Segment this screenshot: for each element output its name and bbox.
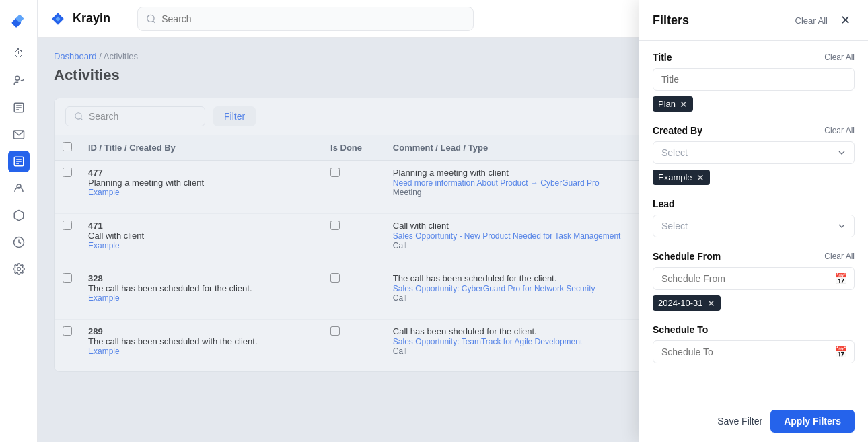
brand-logo[interactable] (7, 8, 31, 32)
filter-lead-label: Lead (653, 198, 675, 209)
sidebar-item-settings[interactable] (8, 258, 30, 280)
filter-created-by-tags: Example ✕ (653, 170, 855, 185)
sidebar-item-notes[interactable] (8, 97, 30, 118)
sidebar-item-activities[interactable] (8, 151, 30, 172)
filter-schedule-from-tag-remove[interactable]: ✕ (707, 299, 715, 308)
svg-point-2 (15, 76, 19, 80)
filter-schedule-to-label: Schedule To (653, 324, 708, 335)
sidebar-item-mail[interactable] (8, 124, 30, 145)
filter-schedule-to-input[interactable] (653, 340, 855, 363)
filter-body: Title Clear All Plan ✕ Created By Clear … (639, 41, 868, 400)
svg-point-17 (147, 15, 154, 22)
filter-section-schedule-to: Schedule To 📅 (653, 324, 855, 363)
filter-schedule-from-tags: 2024-10-31 ✕ (653, 295, 855, 311)
sidebar-item-people[interactable] (8, 178, 30, 199)
filter-created-by-clear[interactable]: Clear All (824, 126, 855, 135)
filter-title-tags: Plan ✕ (653, 96, 855, 112)
global-search-bar[interactable] (137, 7, 474, 31)
filter-close-button[interactable]: ✕ (836, 11, 855, 30)
filter-section-schedule-from: Schedule From Clear All 📅 2024-10-31 ✕ (653, 251, 855, 311)
sidebar-item-contacts[interactable] (8, 70, 30, 91)
filter-title-tag-remove[interactable]: ✕ (680, 100, 688, 109)
filter-title-tag-plan: Plan ✕ (653, 96, 693, 112)
apply-filters-button[interactable]: Apply Filters (770, 410, 855, 433)
save-filter-button[interactable]: Save Filter (717, 416, 762, 427)
filter-created-by-tag-remove[interactable]: ✕ (696, 173, 704, 182)
filter-lead-select-wrapper: Select (653, 215, 855, 237)
filter-created-by-select-wrapper: Select (653, 141, 855, 164)
sidebar: ⏱ (0, 0, 38, 442)
filter-schedule-from-tag-label: 2024-10-31 (658, 298, 703, 308)
filter-created-by-tag-label: Example (658, 172, 692, 182)
filter-section-title: Title Clear All Plan ✕ (653, 52, 855, 112)
brand: Krayin (48, 9, 129, 28)
filter-footer: Save Filter Apply Filters (639, 400, 868, 442)
global-search-input[interactable] (161, 13, 465, 24)
filter-title-tag-label: Plan (658, 99, 676, 109)
filter-schedule-from-header: Schedule From Clear All (653, 251, 855, 262)
filter-section-lead: Lead Select (653, 198, 855, 237)
sidebar-item-timer[interactable]: ⏱ (8, 43, 30, 65)
filter-schedule-from-input[interactable] (653, 267, 855, 290)
filter-panel-title: Filters (653, 13, 795, 28)
filter-created-by-select[interactable]: Select (653, 141, 855, 164)
filter-created-by-header: Created By Clear All (653, 125, 855, 136)
filter-schedule-from-clear[interactable]: Clear All (824, 252, 855, 261)
svg-point-14 (17, 268, 20, 271)
search-icon (146, 13, 156, 24)
filter-lead-select[interactable]: Select (653, 215, 855, 237)
filter-schedule-from-date-wrapper: 📅 (653, 267, 855, 290)
filter-panel: Filters Clear All ✕ Title Clear All Plan… (639, 0, 868, 442)
sidebar-item-reports[interactable] (8, 231, 30, 253)
filter-schedule-to-date-wrapper: 📅 (653, 340, 855, 363)
filter-clear-all-button[interactable]: Clear All (795, 15, 828, 26)
filter-title-header: Title Clear All (653, 52, 855, 63)
filter-section-created-by: Created By Clear All Select Example ✕ (653, 125, 855, 185)
filter-created-by-label: Created By (653, 125, 702, 136)
filter-lead-header: Lead (653, 198, 855, 209)
filter-schedule-from-label: Schedule From (653, 251, 721, 262)
brand-name: Krayin (73, 11, 110, 26)
filter-header: Filters Clear All ✕ (639, 0, 868, 41)
filter-title-label: Title (653, 52, 672, 63)
filter-schedule-from-tag: 2024-10-31 ✕ (653, 295, 721, 311)
sidebar-item-products[interactable] (8, 205, 30, 226)
filter-schedule-to-header: Schedule To (653, 324, 855, 335)
filter-title-clear[interactable]: Clear All (824, 52, 855, 62)
filter-created-by-tag-example: Example ✕ (653, 170, 710, 185)
filter-title-input[interactable] (653, 68, 855, 91)
svg-line-18 (153, 20, 155, 22)
